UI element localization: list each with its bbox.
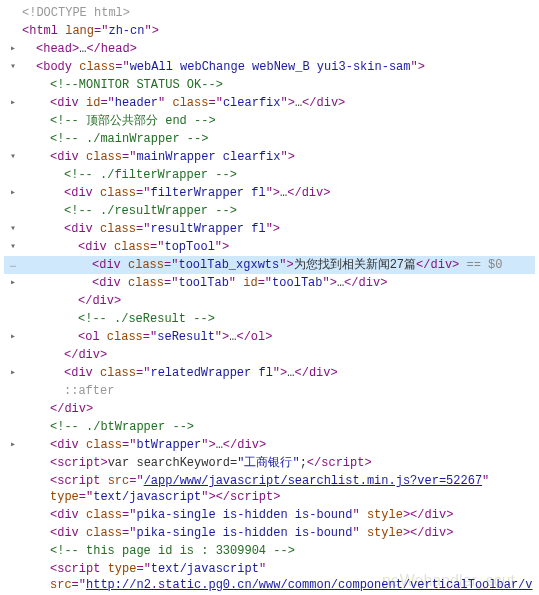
collapse-arrow[interactable]: ▾ [8, 59, 18, 75]
collapse-arrow[interactable]: ▾ [8, 149, 18, 165]
line-comment-monitor[interactable]: <!--MONITOR STATUS OK--> [4, 76, 535, 94]
line-div-pika1[interactable]: <div class="pika-single is-hidden is-bou… [4, 506, 535, 524]
line-head[interactable]: ▸<head>…</head> [4, 40, 535, 58]
line-comment-mainwrapper[interactable]: <!-- ./mainWrapper --> [4, 130, 535, 148]
line-comment-pageid[interactable]: <!-- this page id is : 3309904 --> [4, 542, 535, 560]
expand-arrow[interactable]: ▸ [8, 275, 18, 291]
line-div-pika2[interactable]: <div class="pika-single is-hidden is-bou… [4, 524, 535, 542]
line-comment-btwrapper[interactable]: <!-- ./btWrapper --> [4, 418, 535, 436]
expand-arrow[interactable]: ▸ [8, 365, 18, 381]
selected-gutter: … [4, 257, 22, 273]
expand-arrow[interactable]: ▸ [8, 41, 18, 57]
line-script-toolbar[interactable]: <script type="text/javascript" src="http… [4, 560, 535, 595]
line-comment-resultwrapper[interactable]: <!-- ./resultWrapper --> [4, 202, 535, 220]
line-div-filterwrapper[interactable]: ▸<div class="filterWrapper fl">…</div> [4, 184, 535, 202]
line-script-searchlist[interactable]: <script src="/app/www/javascript/searchl… [4, 472, 535, 506]
collapse-arrow[interactable]: ▾ [8, 239, 18, 255]
line-div-btwrapper[interactable]: ▸<div class="btWrapper">…</div> [4, 436, 535, 454]
line-div-mainwrapper[interactable]: ▾<div class="mainWrapper clearfix"> [4, 148, 535, 166]
expand-arrow[interactable]: ▸ [8, 185, 18, 201]
line-doctype[interactable]: <!DOCTYPE html> [4, 4, 535, 22]
expand-arrow[interactable]: ▸ [8, 437, 18, 453]
line-html-open[interactable]: <html lang="zh-cn"> [4, 22, 535, 40]
line-comment-top-end[interactable]: <!-- 顶部公共部分 end --> [4, 112, 535, 130]
expand-arrow[interactable]: ▸ [8, 95, 18, 111]
line-ol-seresult[interactable]: ▸<ol class="seResult">…</ol> [4, 328, 535, 346]
line-div-resultwrapper[interactable]: ▾<div class="resultWrapper fl"> [4, 220, 535, 238]
line-div-relatedwrapper[interactable]: ▸<div class="relatedWrapper fl">…</div> [4, 364, 535, 382]
line-close-mainwrapper[interactable]: </div> [4, 400, 535, 418]
line-div-header[interactable]: ▸<div id="header" class="clearfix">…</di… [4, 94, 535, 112]
line-close-toptool[interactable]: </div> [4, 292, 535, 310]
line-comment-seresult[interactable]: <!-- ./seResult --> [4, 310, 535, 328]
collapse-arrow[interactable]: ▾ [8, 221, 18, 237]
line-script-keyword[interactable]: <script>var searchKeyword="工商银行";</scrip… [4, 454, 535, 472]
line-div-tooltab[interactable]: ▸<div class="toolTab" id="toolTab">…</di… [4, 274, 535, 292]
dom-tree: <!DOCTYPE html> <html lang="zh-cn"> ▸<he… [4, 4, 535, 595]
line-body-open[interactable]: ▾<body class="webAll webChange webNew_B … [4, 58, 535, 76]
line-pseudo-after[interactable]: ::after [4, 382, 535, 400]
line-selected-tooltab-xgxwts[interactable]: …<div class="toolTab_xgxwts">为您找到相关新闻27篇… [4, 256, 535, 274]
expand-arrow[interactable]: ▸ [8, 329, 18, 345]
line-close-resultwrapper[interactable]: </div> [4, 346, 535, 364]
line-div-toptool[interactable]: ▾<div class="topTool"> [4, 238, 535, 256]
line-comment-filterwrapper[interactable]: <!-- ./filterWrapper --> [4, 166, 535, 184]
